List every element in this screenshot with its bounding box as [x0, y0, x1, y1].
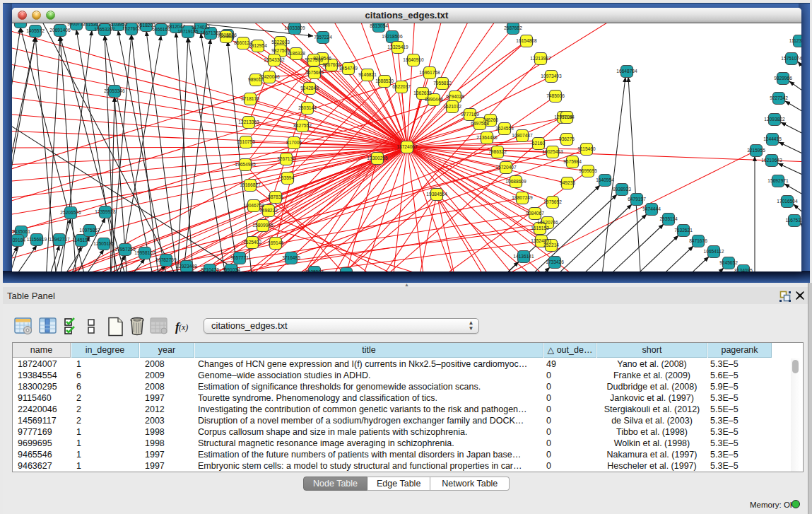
svg-text:6497568: 6497568 [471, 121, 489, 126]
svg-text:8938923: 8938923 [613, 187, 631, 192]
svg-text:9474444: 9474444 [642, 206, 661, 211]
svg-text:12093822: 12093822 [764, 117, 785, 122]
svg-text:8210476: 8210476 [201, 267, 219, 271]
svg-text:8134095: 8134095 [734, 268, 753, 271]
svg-text:10654112: 10654112 [704, 249, 724, 254]
svg-text:751154: 751154 [559, 115, 575, 119]
svg-text:6794028: 6794028 [446, 94, 464, 99]
svg-text:2935114: 2935114 [659, 216, 678, 221]
svg-text:1167533: 1167533 [785, 218, 801, 223]
svg-text:7591034: 7591034 [222, 267, 240, 271]
svg-text:19654985: 19654985 [235, 162, 256, 167]
svg-text:12923448: 12923448 [176, 264, 197, 269]
svg-text:1733426: 1733426 [546, 259, 564, 264]
svg-text:1405572: 1405572 [12, 23, 30, 24]
svg-text:9084067: 9084067 [526, 211, 544, 216]
svg-text:17016504: 17016504 [777, 199, 798, 204]
svg-text:936275: 936275 [559, 136, 575, 141]
svg-text:1145194: 1145194 [72, 238, 90, 243]
svg-text:8454749: 8454749 [339, 66, 358, 71]
svg-text:8813054: 8813054 [370, 23, 388, 28]
svg-text:1975692: 1975692 [543, 199, 562, 204]
svg-text:3215955: 3215955 [747, 148, 765, 153]
svg-text:53594: 53594 [281, 175, 295, 180]
svg-text:20691406: 20691406 [49, 28, 71, 33]
svg-text:17359928: 17359928 [95, 209, 116, 214]
svg-text:12213987: 12213987 [530, 56, 551, 61]
svg-text:1362615: 1362615 [413, 90, 432, 95]
svg-text:7485006: 7485006 [546, 93, 565, 98]
svg-text:9657771: 9657771 [230, 255, 249, 260]
svg-text:8471676: 8471676 [689, 238, 707, 243]
svg-text:1405572: 1405572 [26, 28, 45, 33]
svg-text:9527508: 9527508 [305, 57, 323, 62]
svg-text:6479197: 6479197 [628, 197, 646, 201]
svg-text:16543362: 16543362 [264, 57, 285, 62]
svg-text:3624554: 3624554 [495, 126, 514, 131]
svg-text:16210643: 16210643 [761, 158, 782, 163]
svg-text:2803144: 2803144 [298, 105, 317, 110]
svg-text:9242848: 9242848 [300, 86, 319, 90]
svg-text:1588520: 1588520 [375, 78, 394, 83]
svg-text:6322037: 6322037 [392, 84, 411, 89]
svg-text:8990448: 8990448 [425, 97, 443, 102]
svg-text:10719185: 10719185 [177, 29, 199, 34]
svg-text:16120746: 16120746 [537, 220, 558, 225]
svg-text:1615152: 1615152 [531, 226, 549, 230]
svg-text:9329966: 9329966 [774, 76, 792, 81]
svg-text:2687682: 2687682 [504, 25, 522, 30]
svg-text:20053346: 20053346 [104, 88, 125, 93]
svg-text:2867608: 2867608 [322, 62, 341, 67]
svg-text:10653287: 10653287 [94, 27, 115, 32]
svg-text:19166827: 19166827 [240, 182, 261, 187]
svg-text:19384554: 19384554 [426, 192, 447, 197]
svg-text:10973493: 10973493 [541, 74, 562, 78]
svg-text:3912954: 3912954 [249, 43, 267, 48]
svg-text:9227342: 9227342 [770, 95, 788, 100]
svg-text:1610755: 1610755 [237, 139, 255, 144]
svg-text:15692971: 15692971 [767, 178, 789, 183]
svg-text:9034172: 9034172 [337, 271, 355, 271]
svg-text:2718176: 2718176 [241, 96, 259, 101]
svg-text:949233: 949233 [560, 180, 575, 185]
svg-text:12505185: 12505185 [93, 241, 114, 246]
svg-text:9699695: 9699695 [579, 168, 597, 173]
svg-text:9245652: 9245652 [719, 260, 738, 265]
svg-text:9575984: 9575984 [563, 159, 582, 164]
svg-text:8812047: 8812047 [167, 24, 185, 29]
svg-text:12213363: 12213363 [238, 119, 259, 124]
svg-text:7632621: 7632621 [674, 228, 693, 233]
svg-text:9827506: 9827506 [271, 48, 290, 53]
svg-text:9777169: 9777169 [461, 112, 479, 117]
svg-text:9435061: 9435061 [12, 229, 30, 234]
svg-text:19958107: 19958107 [134, 250, 155, 255]
svg-text:9174012: 9174012 [192, 25, 210, 30]
svg-text:3716485: 3716485 [282, 255, 300, 260]
svg-text:989017: 989017 [248, 77, 264, 82]
svg-text:10046758: 10046758 [243, 203, 264, 208]
svg-text:16961758: 16961758 [419, 70, 440, 75]
svg-text:17957255: 17957255 [114, 247, 136, 252]
svg-text:7663822: 7663822 [217, 34, 235, 39]
svg-text:939184: 939184 [12, 238, 25, 243]
svg-text:(x): (x) [179, 322, 188, 332]
svg-text:11156819: 11156819 [27, 237, 47, 242]
svg-text:8427552: 8427552 [293, 123, 312, 128]
svg-text:16154808: 16154808 [516, 38, 537, 43]
svg-text:21364436: 21364436 [476, 135, 498, 140]
svg-text:10975857: 10975857 [79, 228, 100, 233]
svg-text:3267130: 3267130 [277, 156, 295, 161]
svg-text:7955812: 7955812 [433, 81, 452, 86]
svg-text:1244415: 1244415 [763, 136, 782, 141]
svg-text:18300295: 18300295 [367, 156, 388, 160]
svg-text:15751074: 15751074 [781, 56, 801, 61]
svg-text:18640910: 18640910 [403, 57, 424, 62]
svg-text:14136141: 14136141 [513, 254, 534, 259]
svg-text:19218506: 19218506 [382, 34, 403, 39]
svg-text:1621072: 1621072 [443, 104, 461, 109]
svg-text:7625402: 7625402 [243, 240, 261, 245]
svg-text:169144: 169144 [268, 240, 283, 245]
svg-text:10025453: 10025453 [542, 149, 563, 154]
svg-text:10688609: 10688609 [505, 179, 526, 184]
svg-text:15809946: 15809946 [252, 223, 273, 228]
